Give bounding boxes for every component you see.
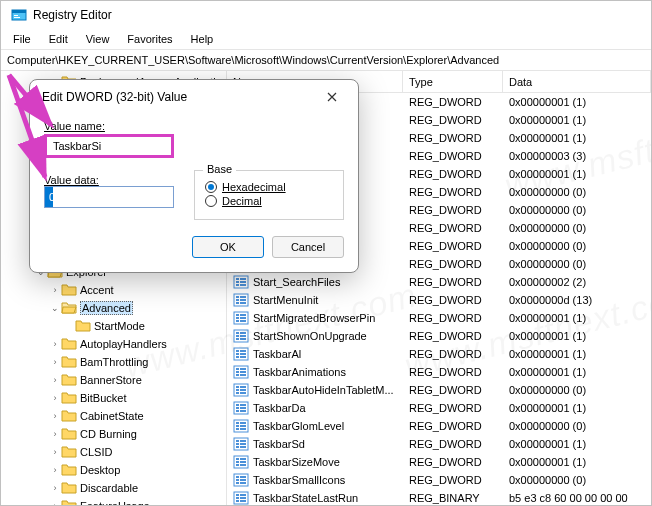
col-data[interactable]: Data — [503, 71, 651, 92]
table-row[interactable]: TaskbarSizeMoveREG_DWORD0x00000001 (1) — [227, 453, 651, 471]
tree-item[interactable]: ›BitBucket — [1, 389, 226, 407]
chevron-icon[interactable]: ⌄ — [49, 303, 61, 313]
table-row[interactable]: TaskbarSmallIconsREG_DWORD0x00000000 (0) — [227, 471, 651, 489]
edit-dword-dialog: Edit DWORD (32-bit) Value Value name: Ta… — [29, 79, 359, 273]
radio-hexadecimal[interactable]: Hexadecimal — [205, 181, 333, 193]
value-name: TaskbarAutoHideInTabletM... — [253, 384, 403, 396]
table-row[interactable]: TaskbarGlomLevelREG_DWORD0x00000000 (0) — [227, 417, 651, 435]
table-row[interactable]: TaskbarAlREG_DWORD0x00000001 (1) — [227, 345, 651, 363]
value-type: REG_DWORD — [403, 312, 503, 324]
folder-icon — [75, 319, 91, 333]
chevron-icon[interactable]: › — [49, 375, 61, 385]
folder-icon — [61, 283, 77, 297]
menu-favorites[interactable]: Favorites — [119, 31, 180, 47]
tree-item[interactable]: ›CD Burning — [1, 425, 226, 443]
tree-item[interactable]: ›BannerStore — [1, 371, 226, 389]
svg-rect-44 — [236, 374, 239, 376]
svg-rect-5 — [236, 278, 239, 280]
svg-rect-68 — [236, 440, 239, 442]
reg-value-icon — [233, 473, 249, 487]
tree-item[interactable]: ›CLSID — [1, 443, 226, 461]
tree-item[interactable]: ›Accent — [1, 281, 226, 299]
svg-rect-40 — [236, 368, 239, 370]
chevron-icon[interactable]: › — [49, 465, 61, 475]
svg-rect-57 — [240, 407, 246, 409]
value-data: 0x00000001 (1) — [503, 366, 586, 378]
value-name: TaskbarDa — [253, 402, 403, 414]
address-bar[interactable]: Computer\HKEY_CURRENT_USER\Software\Micr… — [1, 49, 651, 71]
svg-rect-28 — [236, 335, 239, 337]
table-row[interactable]: StartMigratedBrowserPinREG_DWORD0x000000… — [227, 309, 651, 327]
chevron-icon[interactable]: › — [49, 357, 61, 367]
value-name: TaskbarAl — [253, 348, 403, 360]
cancel-button[interactable]: Cancel — [272, 236, 344, 258]
table-row[interactable]: TaskbarSdREG_DWORD0x00000001 (1) — [227, 435, 651, 453]
value-name: StartShownOnUpgrade — [253, 330, 403, 342]
tree-item[interactable]: ›Desktop — [1, 461, 226, 479]
value-type: REG_DWORD — [403, 204, 503, 216]
table-row[interactable]: Start_SearchFilesREG_DWORD0x00000002 (2) — [227, 273, 651, 291]
menu-view[interactable]: View — [78, 31, 118, 47]
svg-rect-79 — [236, 464, 239, 466]
table-row[interactable]: TaskbarDaREG_DWORD0x00000001 (1) — [227, 399, 651, 417]
chevron-icon[interactable]: › — [49, 483, 61, 493]
chevron-icon[interactable]: › — [49, 411, 61, 421]
folder-icon — [61, 373, 77, 387]
table-row[interactable]: StartShownOnUpgradeREG_DWORD0x00000001 (… — [227, 327, 651, 345]
svg-rect-70 — [236, 443, 239, 445]
svg-rect-80 — [240, 464, 246, 466]
chevron-icon[interactable]: › — [49, 285, 61, 295]
value-type: REG_DWORD — [403, 420, 503, 432]
chevron-icon[interactable]: › — [49, 429, 61, 439]
ok-button[interactable]: OK — [192, 236, 264, 258]
reg-value-icon — [233, 491, 249, 505]
table-row[interactable]: TaskbarStateLastRunREG_BINARYb5 e3 c8 60… — [227, 489, 651, 505]
value-data: 0x0000000d (13) — [503, 294, 592, 306]
svg-rect-45 — [240, 374, 246, 376]
radio-dot-icon — [205, 195, 217, 207]
svg-rect-55 — [240, 404, 246, 406]
svg-rect-66 — [240, 428, 246, 430]
folder-icon — [61, 355, 77, 369]
tree-item[interactable]: ›CabinetState — [1, 407, 226, 425]
value-name: TaskbarGlomLevel — [253, 420, 403, 432]
svg-rect-43 — [240, 371, 246, 373]
table-row[interactable]: TaskbarAutoHideInTabletM...REG_DWORD0x00… — [227, 381, 651, 399]
chevron-icon[interactable]: › — [49, 501, 61, 505]
tree-item[interactable]: ⌄Advanced — [1, 299, 226, 317]
svg-rect-17 — [240, 302, 246, 304]
svg-rect-35 — [236, 353, 239, 355]
svg-rect-93 — [236, 500, 239, 502]
col-type[interactable]: Type — [403, 71, 503, 92]
value-data: 0x00000001 (1) — [503, 312, 586, 324]
chevron-icon[interactable]: › — [49, 447, 61, 457]
value-data: 0x00000001 (1) — [503, 330, 586, 342]
menu-edit[interactable]: Edit — [41, 31, 76, 47]
value-type: REG_DWORD — [403, 474, 503, 486]
svg-rect-10 — [240, 284, 246, 286]
value-name: TaskbarStateLastRun — [253, 492, 403, 504]
svg-rect-51 — [236, 392, 239, 394]
value-type: REG_DWORD — [403, 240, 503, 252]
tree-item[interactable]: ›FeatureUsage — [1, 497, 226, 505]
tree-item[interactable]: ›Discardable — [1, 479, 226, 497]
reg-value-icon — [233, 293, 249, 307]
tree-item[interactable]: StartMode — [1, 317, 226, 335]
chevron-icon[interactable]: › — [49, 339, 61, 349]
tree-item[interactable]: ›AutoplayHandlers — [1, 335, 226, 353]
chevron-icon[interactable]: › — [49, 393, 61, 403]
table-row[interactable]: StartMenuInitREG_DWORD0x0000000d (13) — [227, 291, 651, 309]
menu-help[interactable]: Help — [183, 31, 222, 47]
svg-rect-87 — [240, 482, 246, 484]
radio-decimal[interactable]: Decimal — [205, 195, 333, 207]
svg-rect-72 — [236, 446, 239, 448]
tree-item[interactable]: ›BamThrottling — [1, 353, 226, 371]
value-data: 0x00000000 (0) — [503, 204, 586, 216]
value-data-input[interactable] — [44, 186, 174, 208]
svg-rect-69 — [240, 440, 246, 442]
svg-rect-76 — [240, 458, 246, 460]
menu-file[interactable]: File — [5, 31, 39, 47]
value-data: 0x00000000 (0) — [503, 222, 586, 234]
table-row[interactable]: TaskbarAnimationsREG_DWORD0x00000001 (1) — [227, 363, 651, 381]
close-button[interactable] — [318, 86, 346, 108]
